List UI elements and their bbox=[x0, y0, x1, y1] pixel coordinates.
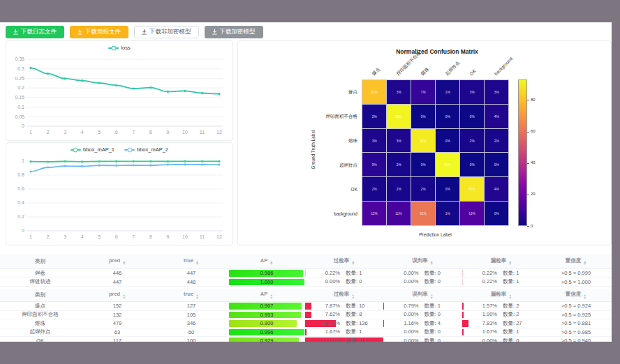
table-row: 焊缝轨迹4474481.0000.00%数量: 00.00%数量: 00.22%… bbox=[0, 278, 612, 287]
download-report-file-button[interactable]: 下载简报文件 bbox=[70, 26, 128, 38]
cm-row-label: 爆点 bbox=[274, 89, 357, 96]
rate-count: 数量: 2 bbox=[503, 303, 533, 310]
missdetect-cell: 0.22%数量: 1 bbox=[462, 269, 540, 278]
misjudge-cell: 0.00%数量: 0 bbox=[383, 278, 462, 287]
cm-cell-r5-c4: 13% bbox=[460, 202, 484, 225]
column-header-5[interactable]: 误判率▲▼ bbox=[383, 254, 462, 269]
download-icon bbox=[212, 29, 217, 35]
cm-cell-r0-c1: 3% bbox=[387, 80, 411, 104]
svg-text:7: 7 bbox=[132, 234, 135, 239]
svg-text:12: 12 bbox=[216, 234, 222, 239]
table-row: 爆点1521270.9677.87%数量: 100.79%数量: 11.57%数… bbox=[0, 302, 612, 311]
sort-caret-icon[interactable]: ▲▼ bbox=[508, 294, 512, 299]
svg-text:0.35: 0.35 bbox=[15, 56, 24, 61]
svg-text:1: 1 bbox=[29, 130, 32, 135]
column-header-6[interactable]: 漏检率▲▼ bbox=[462, 254, 540, 269]
legend-item-loss[interactable]: loss bbox=[108, 45, 130, 51]
svg-text:10: 10 bbox=[182, 130, 188, 135]
summary-table-overall: 类别pred▲▼true▲▼AP▲▼过检率▲▼误判率▲▼漏检率▲▼置信度▲▼焊盘… bbox=[0, 254, 612, 287]
download-encrypted-model-button[interactable]: 下载加密模型 bbox=[205, 26, 263, 38]
rate-percent: 0.00% bbox=[391, 328, 419, 335]
true-cell: 448 bbox=[154, 278, 228, 287]
class-name-cell: 熔珠 bbox=[0, 319, 80, 328]
column-header-3[interactable]: AP▲▼ bbox=[228, 289, 305, 302]
download-unencrypted-model-button[interactable]: 下载非加密模型 bbox=[134, 26, 199, 38]
column-header-6[interactable]: 漏检率▲▼ bbox=[462, 289, 540, 302]
column-header-0: 类别 bbox=[0, 254, 80, 269]
svg-text:0.2: 0.2 bbox=[17, 214, 24, 219]
rate-percent: 7.87% bbox=[312, 303, 340, 310]
class-name-cell: 焊印面积不合格 bbox=[0, 310, 80, 319]
column-header-label: true bbox=[184, 291, 193, 297]
legend-label: bbox_mAP_2 bbox=[137, 146, 168, 153]
colorbar-tick-mark bbox=[527, 100, 529, 100]
rate-count: 数量: 1 bbox=[503, 270, 533, 277]
svg-text:11: 11 bbox=[200, 234, 205, 239]
sort-caret-icon[interactable]: ▲▼ bbox=[351, 294, 355, 299]
sort-caret-icon[interactable]: ▲▼ bbox=[195, 294, 199, 299]
table-row: 熔珠4793460.90039.42%数量: 1361.16%数量: 47.83… bbox=[0, 319, 612, 328]
svg-text:10: 10 bbox=[182, 234, 188, 239]
sort-caret-icon[interactable]: ▲▼ bbox=[583, 294, 586, 299]
ap-cell: 0.953 bbox=[228, 310, 305, 319]
pred-cell: 447 bbox=[80, 278, 154, 287]
sort-caret-icon[interactable]: ▲▼ bbox=[351, 261, 355, 266]
column-header-7[interactable]: 置信度▲▼ bbox=[540, 254, 612, 269]
svg-text:5: 5 bbox=[98, 130, 101, 135]
column-header-label: 类别 bbox=[35, 291, 45, 298]
column-header-2[interactable]: true▲▼ bbox=[154, 254, 228, 269]
legend-item-bbox_mAP_1[interactable]: bbox_mAP_1 bbox=[71, 146, 115, 153]
cm-cell-r5-c0: 12% bbox=[362, 202, 386, 225]
colorbar-tick-mark bbox=[527, 163, 529, 164]
column-header-1[interactable]: pred▲▼ bbox=[80, 254, 154, 269]
cm-cell-r3-c5: 0% bbox=[485, 153, 508, 176]
svg-text:4: 4 bbox=[81, 130, 84, 135]
column-header-5[interactable]: 误判率▲▼ bbox=[383, 289, 462, 302]
sort-caret-icon[interactable]: ▲▼ bbox=[122, 294, 126, 299]
sort-caret-icon[interactable]: ▲▼ bbox=[430, 294, 434, 299]
sort-caret-icon[interactable]: ▲▼ bbox=[583, 261, 586, 266]
cm-cell-r4-c3: 0% bbox=[436, 177, 459, 201]
download-log-file-button[interactable]: 下载日志文件 bbox=[6, 26, 64, 38]
svg-text:3: 3 bbox=[64, 130, 66, 135]
missdetect-cell: 1.67%数量: 1 bbox=[462, 328, 540, 337]
column-header-7[interactable]: 置信度▲▼ bbox=[540, 289, 612, 302]
rate-count: 数量: 4 bbox=[425, 320, 455, 327]
ap-cell: 0.986 bbox=[228, 269, 305, 278]
column-header-3[interactable]: AP▲▼ bbox=[228, 254, 305, 269]
column-header-label: AP bbox=[260, 291, 267, 297]
cm-col-label: 起焊炸点 bbox=[444, 59, 462, 77]
column-header-4[interactable]: 过检率▲▼ bbox=[305, 289, 383, 302]
missdetect-cell: 1.57%数量: 2 bbox=[462, 302, 540, 311]
data-table: 类别pred▲▼true▲▼AP▲▼过检率▲▼误判率▲▼漏检率▲▼置信度▲▼爆点… bbox=[0, 289, 612, 346]
confidence-cell: >0.5 = 0.999 bbox=[540, 269, 612, 278]
cm-cell-r0-c5: 3% bbox=[485, 80, 508, 104]
sort-caret-icon[interactable]: ▲▼ bbox=[270, 294, 273, 299]
cm-cell-r0-c4: 3% bbox=[460, 80, 484, 104]
confusion-matrix-title: Normalized Confusion Matrix bbox=[322, 48, 552, 55]
cm-cell-r4-c1: 2% bbox=[387, 177, 411, 201]
svg-text:2: 2 bbox=[47, 234, 50, 239]
sort-caret-icon[interactable]: ▲▼ bbox=[270, 261, 273, 266]
cm-cell-r3-c3: 93% bbox=[436, 153, 459, 176]
sort-caret-icon[interactable]: ▲▼ bbox=[430, 261, 434, 266]
ap-value: 0.986 bbox=[228, 270, 305, 276]
sort-caret-icon[interactable]: ▲▼ bbox=[508, 261, 512, 266]
cm-row-label: OK bbox=[274, 187, 357, 192]
rate-count: 数量: 1 bbox=[346, 328, 376, 335]
rate-count: 数量: 0 bbox=[425, 338, 455, 344]
column-header-4[interactable]: 过检率▲▼ bbox=[305, 254, 383, 269]
download-encrypted-model-label: 下载加密模型 bbox=[220, 28, 256, 36]
legend-item-bbox_mAP_2[interactable]: bbox_mAP_2 bbox=[124, 146, 168, 153]
column-header-1[interactable]: pred▲▼ bbox=[80, 289, 154, 302]
cm-cell-r2-c5: 2% bbox=[485, 129, 508, 153]
rate-percent: 0.22% bbox=[469, 270, 497, 277]
sort-caret-icon[interactable]: ▲▼ bbox=[195, 261, 199, 266]
data-table: 类别pred▲▼true▲▼AP▲▼过检率▲▼误判率▲▼漏检率▲▼置信度▲▼焊盘… bbox=[0, 254, 612, 287]
missdetect-cell: 0.22%数量: 1 bbox=[462, 278, 540, 287]
true-cell: 127 bbox=[154, 302, 228, 311]
sort-caret-icon[interactable]: ▲▼ bbox=[122, 261, 126, 266]
dashboard-content: 下载日志文件 下载简报文件 下载非加密模型 下载加密模型 loss 00.050… bbox=[0, 22, 612, 342]
svg-text:0.05: 0.05 bbox=[15, 114, 24, 119]
column-header-2[interactable]: true▲▼ bbox=[154, 289, 228, 302]
